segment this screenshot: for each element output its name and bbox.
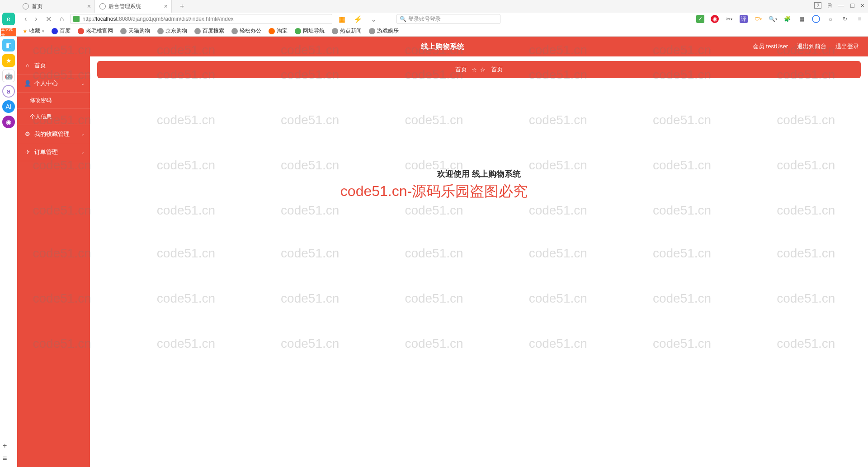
zoom-icon[interactable]: 🔍▾ <box>769 15 777 23</box>
send-icon: ✈ <box>24 149 31 155</box>
tab-count-badge[interactable]: 2 <box>814 2 821 9</box>
browser-left-bottom: + ≡ <box>3 442 7 462</box>
stop-button[interactable]: ✕ <box>44 15 53 23</box>
home-icon: ⌂ <box>24 62 31 69</box>
globe-icon <box>369 28 375 34</box>
tab-bar: 首页 × 后台管理系统 × + 2 ⎘ — □ × <box>0 0 868 13</box>
apps-grid-icon[interactable]: ▦ <box>797 15 806 23</box>
qr-icon[interactable]: ▦ <box>337 15 347 23</box>
bookmark-fav[interactable]: ★收藏 ▾ <box>23 27 44 35</box>
sidebar-item-label: 我的收藏管理 <box>34 130 70 138</box>
sidebar-item-label: 个人中心 <box>34 79 58 88</box>
app-icon-1[interactable]: ◧ <box>2 39 15 51</box>
star-icon: ★ <box>23 28 28 34</box>
breadcrumb-right[interactable]: 首页 <box>491 65 503 74</box>
sidebar-item-home[interactable]: ⌂ 首页 <box>17 56 90 75</box>
app-body: ⌂ 首页 👤 个人中心 ⌄ 修改密码 个人信息 ⚙ 我的收藏管理 ⌄ ✈ 订单管… <box>17 56 868 467</box>
url-text: http://localhost:8080/django1jqm6/admin/… <box>82 16 233 22</box>
sidebar-item-label: 修改密码 <box>30 97 52 104</box>
shield-icon <box>73 16 80 22</box>
home-button[interactable]: ⌂ <box>58 15 66 23</box>
minimize-button[interactable]: — <box>838 2 844 9</box>
search-bar[interactable]: 🔍 登录账号登录 <box>396 14 500 24</box>
browser-tab-1[interactable]: 首页 × <box>18 0 95 13</box>
sidebar-item-personal[interactable]: 👤 个人中心 ⌄ <box>17 75 90 93</box>
bookmark-bar: ★收藏 ▾ 百度 老毛桃官网 天猫购物 京东购物 百度搜索 轻松办公 淘宝 网址… <box>0 25 868 37</box>
new-tab-button[interactable]: + <box>176 2 188 10</box>
browser-left-strip: e 登录账号 ◧ ★ 🤖 a AI ◉ <box>0 0 17 128</box>
sidebar-item-change-pwd[interactable]: 修改密码 <box>17 93 90 109</box>
translate-icon[interactable]: 译 <box>740 15 748 23</box>
sidebar-item-label: 首页 <box>34 61 46 70</box>
browser-logo-icon[interactable]: e <box>2 13 15 25</box>
bot-icon[interactable]: 🤖 <box>2 70 15 82</box>
logout-button[interactable]: 退出登录 <box>835 42 859 51</box>
globe-icon <box>157 28 164 34</box>
close-icon[interactable]: × <box>164 3 168 10</box>
bookmark-youxi[interactable]: 游戏娱乐 <box>369 27 399 35</box>
back-button[interactable]: ‹ <box>23 15 28 23</box>
globe-icon <box>120 28 127 34</box>
globe-icon <box>194 28 201 34</box>
app-title: 线上购物系统 <box>421 42 464 51</box>
bookmark-laomaotao[interactable]: 老毛桃官网 <box>78 27 113 35</box>
chevron-down-icon: ⌄ <box>81 131 85 136</box>
bookmark-taobao[interactable]: 淘宝 <box>269 27 288 35</box>
pin-icon[interactable]: ⎘ <box>828 2 831 9</box>
forward-button[interactable]: › <box>33 15 39 23</box>
sidebar-item-orders[interactable]: ✈ 订单管理 ⌄ <box>17 143 90 161</box>
user-label[interactable]: 会员 testUser <box>753 42 788 51</box>
window-controls: 2 ⎘ — □ × <box>814 2 864 9</box>
bookmark-baidu[interactable]: 百度 <box>52 27 71 35</box>
tab-title: 后台管理系统 <box>108 3 141 10</box>
ai-icon[interactable]: a <box>2 85 15 98</box>
close-window-button[interactable]: × <box>861 2 864 9</box>
breadcrumb-bar: 首页 ☆ ☆ 首页 <box>97 61 861 78</box>
nav-bar: ‹ › ✕ ⌂ http://localhost:8080/django1jqm… <box>18 13 868 25</box>
ext-360-icon[interactable]: ✓ <box>696 15 704 23</box>
ai-blue-icon[interactable]: AI <box>2 100 15 113</box>
login-account-badge[interactable]: 登录账号 <box>1 28 16 36</box>
browser-chrome: 首页 × 后台管理系统 × + 2 ⎘ — □ × ‹ › ✕ ⌂ http:/… <box>0 0 868 37</box>
chrome-icon[interactable] <box>812 15 820 23</box>
weibo-icon[interactable]: ◉ <box>711 15 719 23</box>
search-icon: 🔍 <box>400 16 406 22</box>
sidebar-item-personal-info[interactable]: 个人信息 <box>17 109 90 125</box>
taobao-icon <box>269 28 275 34</box>
bookmark-jd[interactable]: 京东购物 <box>157 27 187 35</box>
favorites-icon[interactable]: ★ <box>2 54 15 67</box>
dropdown-icon[interactable]: ⌄ <box>369 15 378 23</box>
purple-app-icon[interactable]: ◉ <box>2 116 15 128</box>
add-icon[interactable]: + <box>3 442 7 450</box>
extension-icon[interactable]: 🧩 <box>783 15 791 23</box>
list-icon[interactable]: ≡ <box>3 454 7 462</box>
breadcrumb-stars: ☆ ☆ <box>472 66 487 73</box>
sidebar-item-favorites[interactable]: ⚙ 我的收藏管理 ⌄ <box>17 125 90 143</box>
refresh-icon[interactable]: ↻ <box>841 15 849 23</box>
flash-icon[interactable]: ⚡ <box>352 15 364 23</box>
browser-tab-2[interactable]: 后台管理系统 × <box>95 0 172 13</box>
bookmark-baidusearch[interactable]: 百度搜索 <box>194 27 224 35</box>
breadcrumb-left[interactable]: 首页 <box>455 65 467 74</box>
exit-to-front-button[interactable]: 退出到前台 <box>797 42 826 51</box>
bookmark-tmall[interactable]: 天猫购物 <box>120 27 150 35</box>
close-icon[interactable]: × <box>87 3 91 10</box>
screenshot-icon[interactable]: ✂▾ <box>725 15 733 23</box>
sidebar-item-label: 个人信息 <box>30 113 52 121</box>
menu-icon[interactable]: ≡ <box>855 15 863 23</box>
bookmark-wangzhi[interactable]: 网址导航 <box>295 27 325 35</box>
bookmark-qingsong[interactable]: 轻松办公 <box>231 27 261 35</box>
maximize-button[interactable]: □ <box>850 2 854 9</box>
sidebar: ⌂ 首页 👤 个人中心 ⌄ 修改密码 个人信息 ⚙ 我的收藏管理 ⌄ ✈ 订单管… <box>17 56 90 467</box>
chevron-down-icon: ⌄ <box>81 81 85 86</box>
search-placeholder: 登录账号登录 <box>408 15 441 23</box>
theme-icon[interactable]: ☼ <box>826 15 835 23</box>
gear-icon: ⚙ <box>24 131 31 137</box>
content-area: 首页 ☆ ☆ 首页 欢迎使用 线上购物系统 <box>90 56 868 467</box>
welcome-text: 欢迎使用 线上购物系统 <box>97 168 861 179</box>
security-icon[interactable]: 🛡▾ <box>754 15 762 23</box>
bookmark-hotnews[interactable]: 热点新闻 <box>332 27 362 35</box>
globe-icon <box>332 28 338 34</box>
address-bar[interactable]: http://localhost:8080/django1jqm6/admin/… <box>70 14 332 24</box>
baidu-icon <box>52 28 58 34</box>
